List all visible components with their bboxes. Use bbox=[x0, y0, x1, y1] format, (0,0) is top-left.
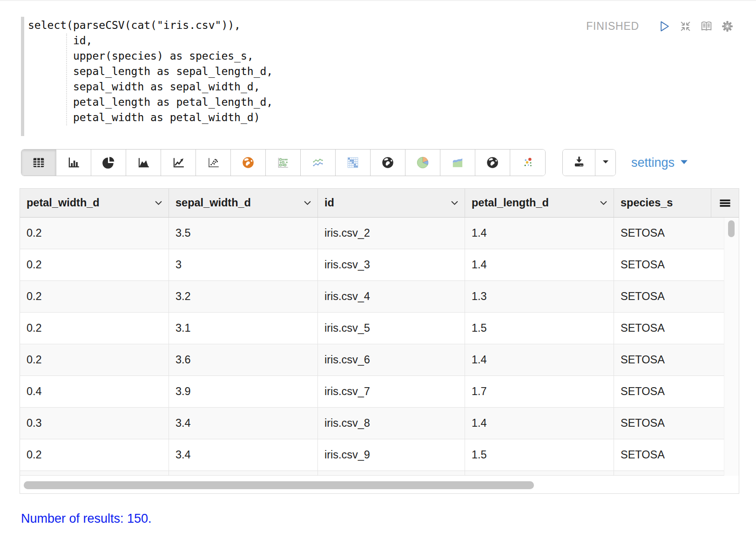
toolbar-button-bubble-matrix[interactable] bbox=[266, 150, 301, 176]
download-caret-button[interactable] bbox=[595, 150, 615, 176]
toolbar-button-scatter-chart[interactable] bbox=[196, 150, 231, 176]
table-cell: 3.4 bbox=[169, 439, 318, 471]
caret-down-icon bbox=[600, 156, 612, 170]
table-cell: iris.csv_4 bbox=[318, 281, 465, 312]
toolbar-button-pie-chart[interactable] bbox=[91, 150, 126, 176]
table-cell: 0.3 bbox=[20, 408, 169, 439]
table-header-row: petal_width_dsepal_width_didpetal_length… bbox=[20, 189, 739, 218]
table-cell: 1.5 bbox=[465, 439, 614, 471]
status-badge: FINISHED bbox=[586, 20, 639, 33]
vertical-scrollbar-thumb[interactable] bbox=[728, 220, 735, 237]
table-cell: 0.2 bbox=[20, 313, 169, 344]
table-cell: iris.csv_7 bbox=[318, 376, 465, 407]
chart-type-button-group bbox=[21, 149, 546, 176]
table-cell: 1.4 bbox=[465, 408, 614, 439]
table-row: 0.33.4iris.csv_81.4SETOSA bbox=[20, 408, 739, 439]
heatmap-icon bbox=[346, 156, 360, 170]
line-chart-icon bbox=[171, 156, 185, 170]
notebook-paragraph: select(parseCSV(cat("iris.csv")), id, up… bbox=[21, 17, 756, 137]
indent-guide bbox=[66, 34, 67, 125]
table-cell: 3.6 bbox=[169, 344, 318, 375]
toolbar-button-pie-color[interactable] bbox=[405, 150, 440, 176]
table-cell: SETOSA bbox=[614, 408, 724, 439]
table-body: 0.23.5iris.csv_21.4SETOSA0.23iris.csv_31… bbox=[20, 218, 739, 476]
toolbar-button-area-color[interactable] bbox=[440, 150, 475, 176]
table-cell: SETOSA bbox=[614, 376, 724, 407]
pie-chart-icon bbox=[101, 156, 115, 170]
column-header-label: petal_length_d bbox=[472, 197, 549, 209]
chevron-down-icon[interactable] bbox=[304, 201, 311, 205]
table-cell bbox=[318, 471, 465, 475]
toolbar-button-map-dark-2[interactable] bbox=[475, 150, 510, 176]
pie-color-icon bbox=[416, 156, 430, 170]
table-cell: 1.4 bbox=[465, 218, 614, 249]
download-button[interactable] bbox=[563, 150, 595, 176]
column-header-species_s[interactable]: species_s bbox=[614, 189, 711, 217]
table-cell: 0.2 bbox=[20, 218, 169, 249]
table-cell: SETOSA bbox=[614, 313, 724, 344]
table-cell: iris.csv_5 bbox=[318, 313, 465, 344]
column-header-id[interactable]: id bbox=[318, 189, 465, 217]
vertical-scrollbar[interactable] bbox=[724, 218, 739, 476]
table-cell: 3.9 bbox=[169, 376, 318, 407]
book-icon[interactable] bbox=[699, 19, 713, 33]
table-menu-button[interactable] bbox=[711, 189, 739, 217]
area-chart-icon bbox=[136, 156, 150, 170]
toolbar-button-table[interactable] bbox=[21, 150, 56, 176]
toolbar-button-multi-line-chart[interactable] bbox=[301, 150, 336, 176]
table-cell bbox=[169, 471, 318, 475]
table-cell: 3.2 bbox=[169, 281, 318, 312]
toolbar-button-scatter-color[interactable] bbox=[510, 150, 545, 176]
column-header-label: id bbox=[324, 197, 334, 209]
table-cell: 1.3 bbox=[465, 281, 614, 312]
table-cell bbox=[614, 471, 724, 475]
column-header-sepal_width_d[interactable]: sepal_width_d bbox=[169, 189, 318, 217]
table-cell: SETOSA bbox=[614, 249, 724, 280]
table-cell: 3.4 bbox=[169, 408, 318, 439]
table-cell bbox=[465, 471, 614, 475]
paragraph-focus-bar bbox=[21, 17, 24, 136]
table-row: 0.23.1iris.csv_51.5SETOSA bbox=[20, 313, 739, 344]
table-row: 0.23.2iris.csv_41.3SETOSA bbox=[20, 281, 739, 313]
gear-icon[interactable] bbox=[720, 19, 734, 33]
toolbar-button-map-orange[interactable] bbox=[231, 150, 266, 176]
horizontal-scrollbar-thumb[interactable] bbox=[24, 481, 534, 489]
scatter-color-icon bbox=[521, 156, 535, 170]
chevron-down-icon[interactable] bbox=[451, 201, 458, 205]
table-cell: 0.2 bbox=[20, 281, 169, 312]
table-cell: 0.2 bbox=[20, 249, 169, 280]
toolbar-button-bar-chart[interactable] bbox=[56, 150, 91, 176]
horizontal-scrollbar[interactable] bbox=[20, 476, 739, 493]
hamburger-icon bbox=[718, 196, 732, 210]
column-header-petal_length_d[interactable]: petal_length_d bbox=[465, 189, 614, 217]
code-text[interactable]: select(parseCSV(cat("iris.csv")), id, up… bbox=[28, 18, 756, 125]
toolbar-button-heatmap[interactable] bbox=[336, 150, 371, 176]
column-header-petal_width_d[interactable]: petal_width_d bbox=[20, 189, 169, 217]
table-cell: 0.2 bbox=[20, 344, 169, 375]
table-cell: 1.7 bbox=[465, 376, 614, 407]
table-cell: 1.4 bbox=[465, 249, 614, 280]
toolbar-button-map-dark-1[interactable] bbox=[371, 150, 405, 176]
download-icon bbox=[572, 155, 586, 171]
table-cell: iris.csv_3 bbox=[318, 249, 465, 280]
table-row: 0.23.4iris.csv_91.5SETOSA bbox=[20, 439, 739, 471]
collapse-icon[interactable] bbox=[678, 19, 692, 33]
multi-line-chart-icon bbox=[311, 156, 325, 170]
bar-chart-icon bbox=[67, 156, 81, 170]
paragraph-controls: FINISHED bbox=[586, 19, 734, 33]
results-count: Number of results: 150. bbox=[21, 512, 756, 526]
chevron-down-icon[interactable] bbox=[155, 201, 162, 205]
table-cell: SETOSA bbox=[614, 281, 724, 312]
run-icon[interactable] bbox=[657, 19, 671, 33]
chevron-down-icon[interactable] bbox=[600, 201, 607, 205]
download-button-group bbox=[562, 149, 616, 176]
table-cell: 1.4 bbox=[465, 344, 614, 375]
globe-dark-icon bbox=[486, 156, 500, 170]
settings-link[interactable]: settings bbox=[631, 156, 689, 170]
toolbar-button-area-chart[interactable] bbox=[126, 150, 161, 176]
toolbar-button-line-chart[interactable] bbox=[161, 150, 196, 176]
table-cell: 0.4 bbox=[20, 376, 169, 407]
scatter-chart-icon bbox=[206, 156, 220, 170]
results-table: petal_width_dsepal_width_didpetal_length… bbox=[20, 188, 739, 494]
table-icon bbox=[32, 156, 46, 170]
